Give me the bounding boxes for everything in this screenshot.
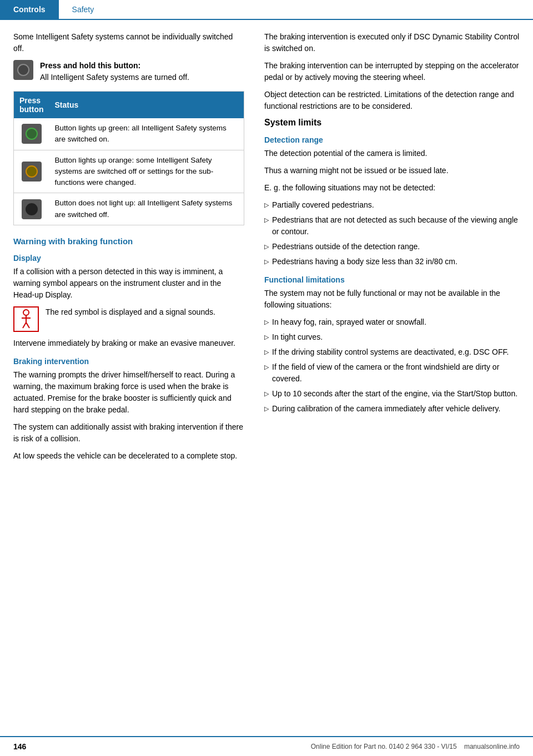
- braking-note3: Object detection can be restricted. Limi…: [264, 89, 520, 112]
- button-icon-inner: [17, 64, 29, 76]
- list-item: In heavy fog, rain, sprayed water or sno…: [264, 316, 520, 328]
- braking-text3: At low speeds the vehicle can be deceler…: [13, 450, 244, 462]
- svg-line-4: [26, 322, 29, 328]
- intro-text: Some Intelligent Safety systems cannot b…: [13, 31, 244, 54]
- button-inner: [26, 128, 38, 140]
- table-cell-icon-dark: [14, 193, 49, 225]
- list-item: Partially covered pedestrians.: [264, 199, 520, 211]
- header-tabs: Controls Safety: [0, 0, 533, 20]
- detection-bullets-list: Partially covered pedestrians. Pedestria…: [264, 199, 520, 268]
- table-col1-header: Press button: [14, 92, 49, 119]
- button-green-icon: [22, 124, 42, 144]
- button-dark-icon: [22, 199, 42, 219]
- press-hold-desc: All Intelligent Safety systems are turne…: [40, 73, 189, 82]
- press-hold-section: Press and hold this button: All Intellig…: [13, 60, 244, 83]
- table-row: Button lights up orange: some Intelligen…: [14, 150, 244, 193]
- tab-safety[interactable]: Safety: [59, 0, 108, 19]
- display-text: If a collision with a person detected in…: [13, 266, 244, 301]
- table-row: Button does not light up: all Intelligen…: [14, 193, 244, 225]
- list-item: Pedestrians having a body size less than…: [264, 256, 520, 268]
- table-cell-icon-orange: [14, 150, 49, 193]
- braking-note2: The braking intervention can be interrup…: [264, 60, 520, 83]
- detection-text2: Thus a warning might not be issued or be…: [264, 165, 520, 177]
- braking-text1: The warning prompts the driver himself/h…: [13, 369, 244, 416]
- table-cell-status-orange: Button lights up orange: some Intelligen…: [49, 150, 244, 193]
- table-header-row: Press button Status: [14, 92, 244, 119]
- list-item: Up to 10 seconds after the start of the …: [264, 388, 520, 400]
- person-warning-icon: [13, 306, 39, 332]
- table-row: Button lights up green: all Intelligent …: [14, 118, 244, 150]
- braking-text2: The system can additionally assist with …: [13, 421, 244, 445]
- list-item: Pedestrians that are not detected as suc…: [264, 214, 520, 238]
- press-hold-text: Press and hold this button: All Intellig…: [40, 60, 189, 83]
- table-cell-icon-green: [14, 118, 49, 150]
- list-item: If the driving stability control systems…: [264, 346, 520, 358]
- svg-point-0: [23, 310, 29, 315]
- right-column: The braking intervention is executed onl…: [255, 31, 533, 467]
- main-content: Some Intelligent Safety systems cannot b…: [0, 20, 533, 467]
- list-item: If the field of view of the camera or th…: [264, 361, 520, 385]
- warning-box-text: The red symbol is displayed and a signal…: [46, 306, 215, 318]
- button-inner: [26, 165, 38, 178]
- display-subheading: Display: [13, 254, 244, 263]
- edition-info: Online Edition for Part no. 0140 2 964 3…: [311, 743, 520, 750]
- system-limits-heading: System limits: [264, 118, 520, 128]
- functional-limits-heading: Functional limitations: [264, 275, 520, 284]
- list-item: Pedestrians outside of the detection ran…: [264, 241, 520, 253]
- press-hold-button-icon: [13, 60, 33, 80]
- footer: 146 Online Edition for Part no. 0140 2 9…: [0, 736, 533, 756]
- functional-bullets-list: In heavy fog, rain, sprayed water or sno…: [264, 316, 520, 415]
- detection-text3: E. g. the following situations may not b…: [264, 182, 520, 194]
- page-number: 146: [13, 742, 26, 751]
- braking-subheading: Braking intervention: [13, 357, 244, 366]
- table-cell-status-dark: Button does not light up: all Intelligen…: [49, 193, 244, 225]
- table-col2-header: Status: [49, 92, 244, 119]
- press-hold-label: Press and hold this button:: [40, 61, 140, 70]
- table-cell-status-green: Button lights up green: all Intelligent …: [49, 118, 244, 150]
- button-orange-icon: [22, 162, 42, 182]
- button-inner: [26, 203, 38, 215]
- svg-line-3: [23, 322, 26, 328]
- person-svg: [18, 309, 34, 329]
- list-item: In tight curves.: [264, 331, 520, 343]
- detection-text1: The detection potential of the camera is…: [264, 148, 520, 159]
- warning-icon-box: The red symbol is displayed and a signal…: [13, 306, 244, 332]
- left-column: Some Intelligent Safety systems cannot b…: [0, 31, 255, 467]
- braking-note1: The braking intervention is executed onl…: [264, 31, 520, 54]
- warning-section-heading: Warning with braking function: [13, 236, 244, 246]
- list-item: During calibration of the camera immedia…: [264, 403, 520, 415]
- functional-text1: The system may not be fully functional o…: [264, 288, 520, 311]
- intervene-text: Intervene immediately by braking or make…: [13, 337, 244, 349]
- detection-range-heading: Detection range: [264, 135, 520, 144]
- status-table: Press button Status Button lights up gre…: [13, 91, 244, 225]
- tab-controls[interactable]: Controls: [0, 0, 59, 19]
